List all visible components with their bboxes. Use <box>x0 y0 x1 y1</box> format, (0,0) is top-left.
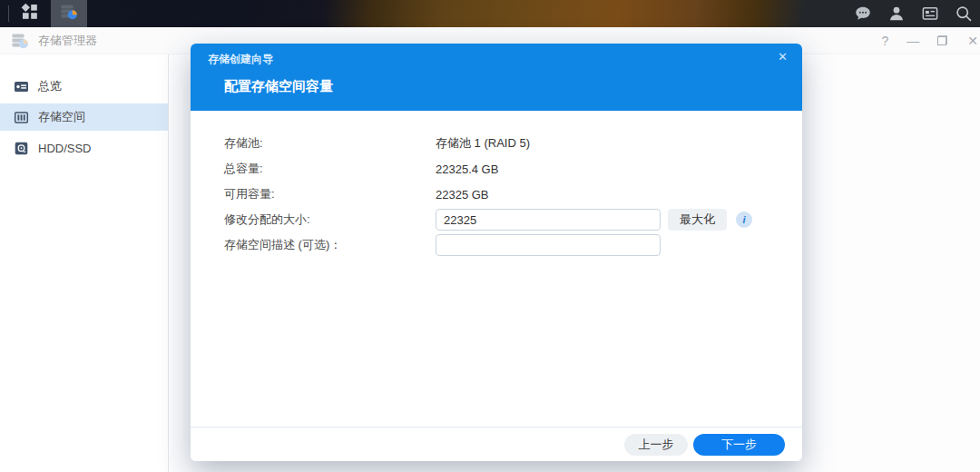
overview-icon <box>14 79 29 94</box>
allocated-size-input[interactable] <box>436 209 661 231</box>
field-value: 22325 GB <box>436 188 489 202</box>
taskbar-right-tray <box>828 0 980 27</box>
dialog-close-icon[interactable]: ✕ <box>778 50 788 64</box>
storage-creation-wizard-dialog: 存储创建向导 ✕ 配置存储空间容量 存储池: 存储池 1 (RAID 5) 总容… <box>191 44 802 461</box>
notifications-icon[interactable] <box>854 5 872 23</box>
field-row-total-capacity: 总容量: 22325.4 GB <box>224 156 802 182</box>
storage-manager-icon <box>60 3 78 25</box>
volume-description-input[interactable] <box>436 234 661 256</box>
storage-manager-window-icon <box>11 32 29 50</box>
main-menu-icon <box>21 3 39 25</box>
field-row-description: 存储空间描述 (可选)： <box>224 232 802 258</box>
restore-window-icon[interactable] <box>937 35 947 45</box>
taskbar-storage-manager-button[interactable] <box>51 0 87 27</box>
field-value: 22325.4 GB <box>436 162 498 176</box>
sidebar-item-label: HDD/SSD <box>38 142 92 155</box>
back-button[interactable]: 上一步 <box>624 434 688 456</box>
close-window-icon[interactable]: ✕ <box>967 34 978 47</box>
minimize-icon[interactable]: — <box>906 34 919 47</box>
dialog-footer: 上一步 下一步 <box>191 427 802 461</box>
sidebar-item-label: 总览 <box>38 78 62 94</box>
sidebar: 总览 存储空间 HDD/SS <box>0 54 169 472</box>
sidebar-item-storage-space[interactable]: 存储空间 <box>0 103 168 131</box>
field-label: 总容量: <box>224 161 436 177</box>
dialog-step-title: 配置存储空间容量 <box>224 78 333 95</box>
field-label: 可用容量: <box>224 186 436 202</box>
window-controls: ? — ✕ <box>881 34 969 47</box>
taskbar <box>0 0 980 27</box>
field-value: 存储池 1 (RAID 5) <box>436 135 530 152</box>
sidebar-item-hdd-ssd[interactable]: HDD/SSD <box>0 134 168 162</box>
field-row-allocated-size: 修改分配的大小: 最大化 i <box>224 207 802 232</box>
dialog-body: 存储池: 存储池 1 (RAID 5) 总容量: 22325.4 GB 可用容量… <box>191 111 802 258</box>
sidebar-item-overview[interactable]: 总览 <box>0 73 168 100</box>
field-row-storage-pool: 存储池: 存储池 1 (RAID 5) <box>224 131 802 156</box>
main-menu-button[interactable] <box>9 0 51 27</box>
user-account-icon[interactable] <box>887 5 906 23</box>
info-icon[interactable]: i <box>736 211 752 228</box>
dialog-title: 存储创建向导 <box>208 52 273 67</box>
dialog-header: 存储创建向导 ✕ 配置存储空间容量 <box>191 44 802 111</box>
field-row-available-capacity: 可用容量: 22325 GB <box>224 182 802 207</box>
next-button[interactable]: 下一步 <box>693 434 785 456</box>
maximize-size-button[interactable]: 最大化 <box>668 209 727 231</box>
field-label: 存储空间描述 (可选)： <box>224 237 436 253</box>
volume-icon <box>14 110 29 125</box>
field-label: 存储池: <box>224 135 436 152</box>
sidebar-item-label: 存储空间 <box>38 109 85 125</box>
window-title: 存储管理器 <box>38 33 97 49</box>
help-icon[interactable]: ? <box>881 34 888 47</box>
disk-icon <box>14 141 29 156</box>
field-label: 修改分配的大小: <box>224 211 436 228</box>
search-icon[interactable] <box>955 5 973 23</box>
widgets-icon[interactable] <box>921 5 939 23</box>
